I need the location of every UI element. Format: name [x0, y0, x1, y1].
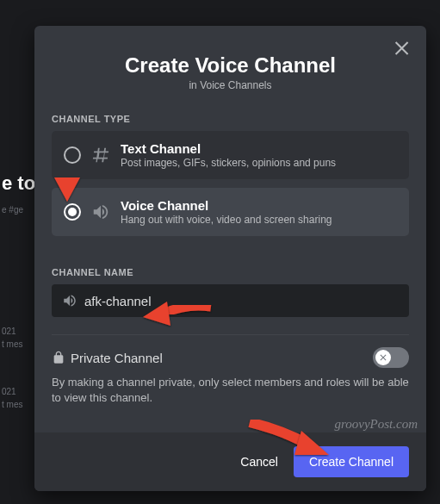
background-content: e to e #ge 021 t mes 021 t mes	[0, 0, 34, 504]
radio-unchecked-icon	[64, 146, 81, 164]
create-channel-button[interactable]: Create Channel	[294, 446, 409, 477]
radio-checked-icon	[64, 203, 81, 221]
x-icon	[378, 352, 388, 363]
private-toggle[interactable]	[373, 347, 409, 368]
hash-icon	[91, 146, 110, 165]
channel-name-label: CHANNEL NAME	[52, 267, 409, 277]
channel-name-input[interactable]	[84, 294, 399, 308]
speaker-icon	[91, 202, 110, 221]
cancel-button[interactable]: Cancel	[240, 455, 278, 469]
private-channel-row: Private Channel	[52, 347, 409, 368]
toggle-knob	[375, 350, 391, 365]
modal-header: Create Voice Channel in Voice Channels	[52, 53, 409, 91]
voice-channel-title: Voice Channel	[121, 198, 332, 213]
close-icon	[392, 38, 412, 59]
text-channel-option[interactable]: Text Channel Post images, GIFs, stickers…	[52, 131, 409, 179]
modal-subtitle: in Voice Channels	[52, 79, 409, 91]
text-channel-desc: Post images, GIFs, stickers, opinions an…	[121, 157, 336, 169]
close-button[interactable]	[392, 38, 412, 59]
watermark: groovyPost.com	[334, 417, 418, 432]
modal-title: Create Voice Channel	[52, 53, 409, 78]
text-channel-title: Text Channel	[121, 141, 336, 156]
channel-name-row[interactable]	[52, 284, 409, 317]
channel-type-label: CHANNEL TYPE	[52, 114, 409, 124]
private-channel-desc: By making a channel private, only select…	[52, 375, 409, 406]
modal-footer: Cancel Create Channel	[34, 432, 426, 491]
voice-channel-option[interactable]: Voice Channel Hang out with voice, video…	[52, 188, 409, 236]
private-channel-label: Private Channel	[71, 351, 163, 365]
speaker-icon	[62, 293, 77, 308]
lock-icon	[52, 351, 65, 364]
divider	[52, 334, 409, 335]
voice-channel-desc: Hang out with voice, video and screen sh…	[121, 214, 332, 226]
